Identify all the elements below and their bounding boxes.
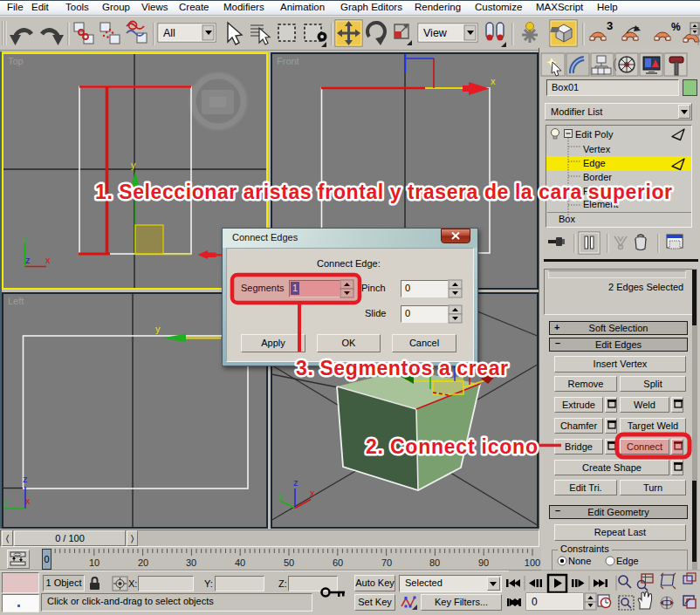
svg-text:1. Seleccionar aristas frontal: 1. Seleccionar aristas frontal y trasera… <box>95 181 672 203</box>
svg-text:3. Segmentos a crear: 3. Segmentos a crear <box>296 357 508 379</box>
svg-text:2. Connect icono: 2. Connect icono <box>366 435 538 458</box>
